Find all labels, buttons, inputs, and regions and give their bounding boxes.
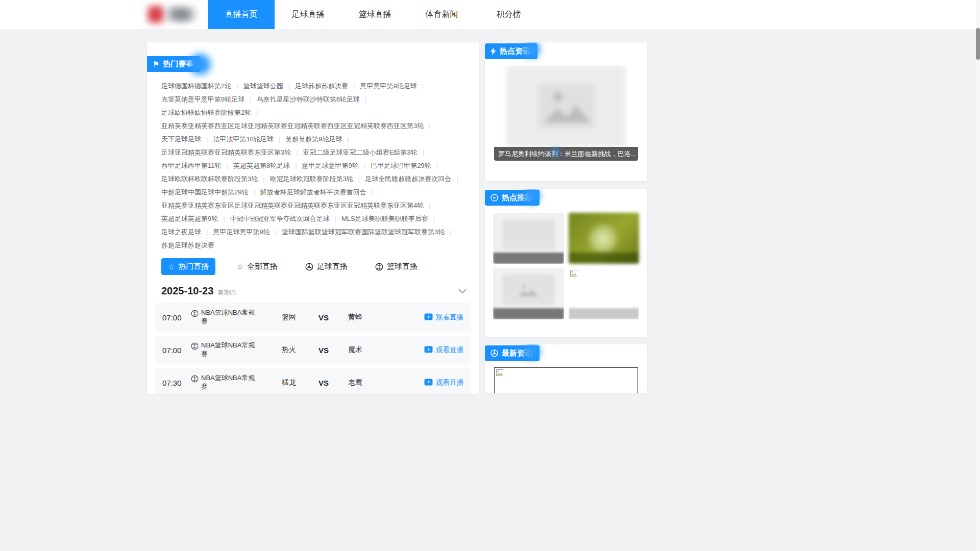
logo-mark [146,4,165,24]
hot-recommend-card: 热点推荐 [485,189,647,337]
thumbnail-highlight [588,224,618,254]
event-link[interactable]: 足球全民赣超赣超决赛次回合 [365,174,463,184]
watch-live-button[interactable]: 观看直播 [424,313,463,322]
recommend-thumbnail[interactable] [569,268,640,319]
event-link[interactable]: 意甲足球意甲第9轮 [302,161,371,170]
scrollbar-thumb[interactable] [976,28,980,60]
sidebar: 热点资讯 罗马尼奥利续约谈判：米兰面临新挑战，巴洛... 热点推荐 [485,42,647,394]
hot-news-badge: 热点资讯 [485,43,537,59]
hot-events-header: ⚑ 热门赛事 [147,56,479,72]
latest-news-card: 最新资讯 [485,344,647,393]
event-link[interactable]: 乌奈扎星星沙特联沙特联第6轮足球 [257,94,372,104]
event-link[interactable]: 巴甲足球巴甲第29轮 [371,161,443,170]
event-link[interactable]: 天下足球足球 [161,134,213,144]
tab-football-live[interactable]: 足球直播 [299,258,354,275]
thumbnail-caption [569,253,640,264]
thumbnail-caption [493,253,564,264]
event-link[interactable]: 西甲足球西甲第11轮 [161,161,233,170]
event-link[interactable]: 克雷莫纳意甲意甲第9轮足球 [161,94,257,104]
event-link[interactable]: 篮球篮球公园 [243,81,295,91]
match-row: 07:30 NBA篮球NBA常规赛 猛龙 VS 老鹰 观看直播 [155,368,471,394]
live-tabs: ☆ 热门直播 ☆ 全部直播 足球直播 篮球直播 [147,253,479,275]
event-link[interactable]: 足球欧协联欧协联赛阶段第2轮 [161,108,263,117]
event-link[interactable]: 足球德国杯德国杯第2轮 [161,81,243,91]
match-league: NBA篮球NBA常规赛 [191,309,282,326]
match-time: 07:00 [162,313,191,322]
event-link[interactable]: 中超足球中国足球中超第29轮 [161,187,260,197]
event-link[interactable]: 意甲足球意甲第9轮 [213,227,282,237]
league-name: NBA篮球NBA常规赛 [201,374,261,391]
nav-item-football-live[interactable]: 足球直播 [275,0,341,29]
basketball-icon [191,374,199,385]
tab-label: 热门直播 [178,262,209,271]
event-link[interactable]: 亚精英赛亚精英赛西亚区足球亚冠精英联赛亚冠精英联赛西亚区亚冠精英联赛西亚区第3轮 [161,121,436,131]
play-video-icon [424,379,433,387]
latest-news-image[interactable] [494,367,638,393]
away-team: 黄蜂 [348,313,413,322]
away-team: 魔术 [348,345,413,355]
tab-label: 篮球直播 [387,262,418,271]
event-link[interactable]: 解放者杯足球解放者杯半决赛首回合 [260,187,378,197]
nav-item-live-home[interactable]: 直播首页 [208,0,275,29]
site-logo[interactable] [145,0,208,29]
flag-icon: ⚑ [153,60,159,69]
page-scrollbar[interactable] [976,0,980,551]
nav-item-basketball-live[interactable]: 篮球直播 [341,0,408,29]
latest-news-title: 最新资讯 [502,348,532,358]
page-content: ⚑ 热门赛事 足球德国杯德国杯第2轮篮球篮球公园足球苏超苏超决赛意甲意甲第9轮足… [147,42,647,394]
tab-all-live[interactable]: ☆ 全部直播 [230,258,284,275]
basketball-icon [375,263,383,271]
event-link[interactable]: 足球欧联杯欧联杯联赛阶段第3轮 [161,174,270,184]
hot-news-card: 热点资讯 罗马尼奥利续约谈判：米兰面临新挑战，巴洛... [485,42,647,181]
star-icon: ☆ [168,263,175,270]
hot-news-caption[interactable]: 罗马尼奥利续约谈判：米兰面临新挑战，巴洛... [494,147,638,161]
event-link[interactable]: 英超英超第8轮足球 [233,161,302,170]
watch-live-label: 观看直播 [436,345,463,355]
event-link[interactable]: 欧冠足球欧冠联赛阶段第3轮 [270,174,365,184]
nav-item-standings[interactable]: 积分榜 [475,0,542,29]
event-link[interactable]: 足球亚冠精英联赛亚冠精英联赛东亚区第3轮 [161,147,303,157]
recommend-thumbnail[interactable] [569,213,640,264]
image-placeholder-icon [502,219,555,249]
hot-recommend-badge: 热点推荐 [485,190,540,206]
thumbnail-caption [569,308,640,319]
hot-events-title: 热门赛事 [163,59,193,69]
image-placeholder-icon [502,274,555,305]
event-link[interactable]: 足球苏超苏超决赛 [295,81,360,91]
chevron-down-icon[interactable] [458,287,467,296]
nav-item-sports-news[interactable]: 体育新闻 [408,0,475,29]
event-link[interactable]: 足球之夜足球 [161,227,213,237]
event-link[interactable]: 英超英超第9轮足球 [285,134,354,144]
league-name: NBA篮球NBA常规赛 [201,341,261,359]
recommend-thumbnail[interactable] [493,213,564,264]
event-link[interactable]: 英超足球英超第9轮 [161,214,230,223]
event-link[interactable]: 亚冠二级足球亚冠二级小组赛E组第3轮 [303,147,429,157]
broken-image-icon [570,270,577,277]
vs-label: VS [318,346,348,355]
schedule-weekday: 星期四 [217,288,236,297]
watch-live-button[interactable]: 观看直播 [424,378,463,387]
broken-image-icon [496,369,503,376]
event-link[interactable]: 篮球国际篮联篮球冠军联赛国际篮联篮球冠军联赛第3轮 [282,227,457,237]
soccer-ball-icon [305,263,313,271]
watch-live-button[interactable]: 观看直播 [424,345,463,355]
event-link[interactable]: 意甲意甲第9轮足球 [360,81,429,91]
event-link[interactable]: 亚精英赛亚精英赛东亚区足球亚冠精英联赛亚冠精英联赛东亚区亚冠精英联赛东亚区第4轮 [161,201,436,210]
event-link[interactable]: MLS足球美职联美职联季后赛 [341,214,440,223]
recommend-thumbnail[interactable] [493,268,564,319]
top-navigation: 直播首页 足球直播 篮球直播 体育新闻 积分榜 [0,0,980,29]
home-team: 热火 [282,345,318,355]
logo-text [165,7,197,21]
hot-events-links: 足球德国杯德国杯第2轮篮球篮球公园足球苏超苏超决赛意甲意甲第9轮足球克雷莫纳意甲… [147,72,479,253]
tab-label: 足球直播 [317,262,348,271]
home-team: 猛龙 [282,378,318,387]
match-row: 07:00 NBA篮球NBA常规赛 篮网 VS 黄蜂 观看直播 [155,303,471,332]
tab-basketball-live[interactable]: 篮球直播 [369,258,424,275]
event-link[interactable]: 苏超足球苏超决赛 [161,240,214,250]
tab-hot-live[interactable]: ☆ 热门直播 [161,258,215,275]
event-link[interactable]: 中冠中冠冠亚军争夺战次回合足球 [230,214,341,223]
hot-news-thumbnail[interactable]: 罗马尼奥利续约谈判：米兰面临新挑战，巴洛... [494,65,638,161]
event-link[interactable]: 法甲法甲第10轮足球 [213,134,285,144]
league-name: NBA篮球NBA常规赛 [201,309,261,326]
match-row: 07:00 NBA篮球NBA常规赛 热火 VS 魔术 观看直播 [155,336,471,364]
